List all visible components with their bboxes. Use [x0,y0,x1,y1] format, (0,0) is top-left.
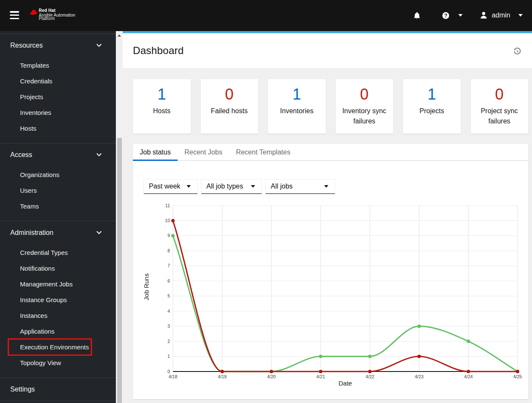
dropdown-caret-icon [324,185,328,188]
card-value[interactable]: 0 [471,84,529,105]
card-label: Inventory sync failures [336,106,394,126]
history-icon[interactable] [514,48,521,56]
card-value[interactable]: 0 [336,84,394,105]
notifications-bell-icon[interactable] [414,12,420,19]
brand-logo: Red Hat Ansible Automation Platform [30,9,75,21]
user-caret-icon[interactable] [518,14,523,17]
x-tick-label: 4/22 [365,374,374,379]
sidebar-item-applications[interactable]: Applications [0,323,116,339]
series-point[interactable] [270,370,273,373]
series-point[interactable] [368,355,371,358]
filter-dropdown-all-jobs[interactable]: All jobs [265,179,335,194]
sidebar-item-credential-types[interactable]: Credential Types [0,245,116,260]
series-point[interactable] [417,325,421,328]
filter-dropdown-past-week[interactable]: Past week [144,179,198,194]
series-line-failed-jobs [173,221,518,372]
help-icon[interactable]: ? [442,12,449,19]
page-title: Dashboard [133,45,184,57]
summary-cards: 1Hosts0Failed hosts1Inventories0Inventor… [133,79,528,134]
sidebar-item-users[interactable]: Users [0,183,116,198]
sidebar-item-execution-environments[interactable]: Execution Environments [0,339,116,355]
sidebar-item-credentials[interactable]: Credentials [0,73,116,89]
series-point[interactable] [221,370,224,373]
filter-value: Past week [149,183,181,190]
brand-name: Red Hat [39,9,75,12]
sidebar-scrollbar[interactable] [116,31,123,403]
x-tick-label: 4/20 [267,374,276,379]
filters: Past weekAll job typesAll jobs [144,179,529,194]
card-value[interactable]: 1 [268,84,326,105]
sidebar-nav: ResourcesTemplatesCredentialsProjectsInv… [0,31,116,403]
nav-group-label: Administration [10,229,53,237]
username-label[interactable]: admin [492,11,510,19]
nav-group-settings[interactable]: Settings [0,381,116,397]
x-tick-label: 4/18 [169,374,178,379]
sidebar-item-organizations[interactable]: Organizations [0,167,116,183]
series-point[interactable] [319,355,322,358]
dropdown-caret-icon [187,185,191,188]
series-point[interactable] [516,370,519,373]
y-tick-label: 0 [167,369,170,374]
x-tick-label: 4/21 [316,374,325,379]
nav-group-administration[interactable]: Administration [0,225,116,240]
sidebar-item-teams[interactable]: Teams [0,198,116,214]
nav-divider [0,377,116,378]
scrollbar-up-arrow-icon[interactable] [118,34,121,37]
card-value[interactable]: 1 [133,84,191,105]
card-label: Projects [403,106,461,116]
user-icon[interactable] [480,11,487,19]
summary-card-projects[interactable]: 1Projects [403,79,461,134]
summary-card-inventory-sync-failures[interactable]: 0Inventory sync failures [336,79,394,134]
card-value[interactable]: 1 [403,84,461,105]
nav-group-access[interactable]: Access [0,147,116,163]
series-point[interactable] [417,355,421,358]
y-tick-label: 8 [167,248,170,253]
series-point[interactable] [516,370,519,373]
main-area: Dashboard 1Hosts0Failed hosts1Inventorie… [123,31,532,403]
card-value[interactable]: 0 [201,84,259,105]
sidebar-item-hosts[interactable]: Hosts [0,120,116,136]
sidebar-item-instances[interactable]: Instances [0,308,116,323]
series-point[interactable] [368,370,371,373]
card-label: Failed hosts [201,106,259,116]
sidebar-item-topology-view[interactable]: Topology View [0,355,116,371]
tab-job-status[interactable]: Job status [133,144,178,160]
series-point[interactable] [467,340,470,343]
tab-recent-templates[interactable]: Recent Templates [229,144,297,160]
card-label: Project sync failures [471,106,529,126]
sidebar-item-instance-groups[interactable]: Instance Groups [0,292,116,308]
series-point[interactable] [171,234,175,237]
card-label: Hosts [133,106,191,116]
summary-card-project-sync-failures[interactable]: 0Project sync failures [471,79,529,134]
sidebar-item-projects[interactable]: Projects [0,89,116,105]
nav-divider [0,143,116,143]
summary-card-inventories[interactable]: 1Inventories [268,79,326,134]
summary-card-failed-hosts[interactable]: 0Failed hosts [201,79,259,134]
nav-toggle-button[interactable] [10,11,19,20]
filter-dropdown-all-job-types[interactable]: All job types [201,179,262,194]
page-header: Dashboard [123,33,532,68]
sidebar-item-inventories[interactable]: Inventories [0,105,116,120]
help-caret-icon[interactable] [458,14,463,17]
nav-group-resources[interactable]: Resources [0,37,116,53]
series-point[interactable] [171,219,175,223]
sidebar-item-notifications[interactable]: Notifications [0,260,116,276]
content-section: 1Hosts0Failed hosts1Inventories0Inventor… [123,68,532,399]
tab-recent-jobs[interactable]: Recent Jobs [178,144,229,160]
y-tick-label: 10 [165,218,170,223]
series-point[interactable] [467,370,470,373]
series-line-successful-jobs [173,236,518,372]
nav-group-label: Settings [10,386,35,393]
series-point[interactable] [221,370,224,373]
sidebar-item-templates[interactable]: Templates [0,57,116,73]
series-point[interactable] [270,370,273,373]
scrollbar-thumb[interactable] [117,138,122,403]
series-point[interactable] [319,370,322,373]
chevron-down-icon [96,153,102,157]
sidebar-item-management-jobs[interactable]: Management Jobs [0,276,116,292]
summary-card-hosts[interactable]: 1Hosts [133,79,191,134]
y-tick-label: 1 [167,354,170,359]
dropdown-caret-icon [251,185,255,188]
x-tick-label: 4/23 [415,374,424,379]
x-tick-label: 4/24 [464,374,473,379]
